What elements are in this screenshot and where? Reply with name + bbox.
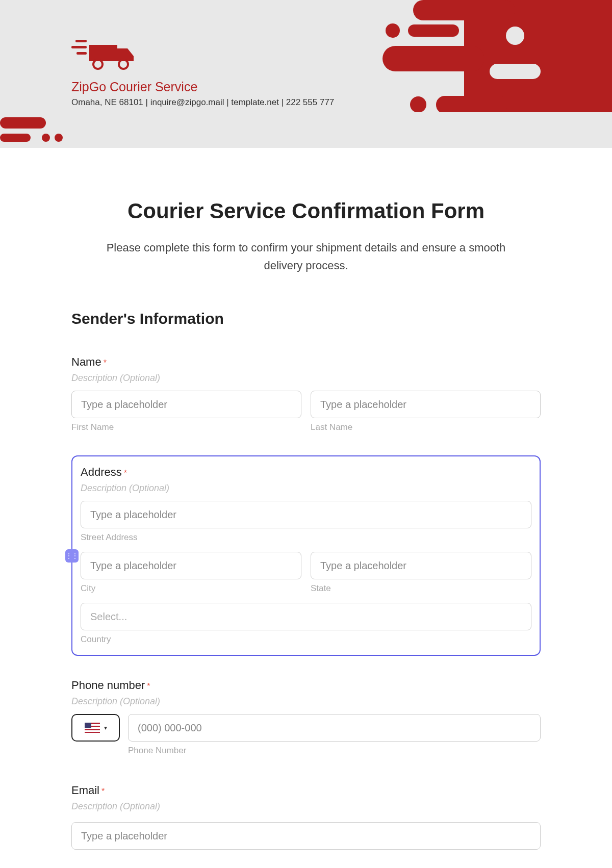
field-name: Name* Description (Optional) First Name … (71, 355, 541, 432)
svg-rect-1 (413, 0, 515, 20)
phone-sublabel: Phone Number (128, 746, 541, 756)
logo-block: ZipGo Courier Service Omaha, NE 68101 | … (71, 36, 334, 108)
form-area: Courier Service Confirmation Form Please… (0, 148, 612, 850)
last-name-sublabel: Last Name (311, 422, 541, 432)
svg-rect-13 (89, 45, 117, 61)
street-sublabel: Street Address (81, 532, 531, 543)
name-description: Description (Optional) (71, 373, 541, 384)
svg-rect-16 (75, 40, 87, 42)
country-sublabel: Country (81, 634, 531, 645)
required-marker: * (104, 359, 107, 367)
city-input[interactable] (81, 552, 301, 579)
company-contact: Omaha, NE 68101 | inquire@zipgo.mail | t… (71, 97, 334, 108)
svg-rect-9 (0, 117, 46, 129)
state-input[interactable] (311, 552, 531, 579)
form-title: Courier Service Confirmation Form (71, 199, 541, 223)
decor-bottom-shapes (0, 117, 76, 145)
city-sublabel: City (81, 583, 301, 594)
svg-point-7 (410, 96, 426, 112)
field-email: Email* Description (Optional) (71, 784, 541, 850)
svg-rect-17 (71, 46, 87, 48)
svg-rect-5 (490, 64, 541, 79)
address-label: Address (81, 466, 122, 479)
decor-top-shapes (347, 0, 612, 112)
truck-icon (71, 36, 138, 71)
phone-label: Phone number (71, 679, 145, 692)
svg-rect-3 (408, 24, 459, 37)
field-address-selected[interactable]: ⋮⋮ Address* Description (Optional) Stree… (71, 455, 541, 656)
svg-point-12 (55, 134, 63, 142)
svg-rect-10 (0, 134, 31, 142)
header-banner: ZipGo Courier Service Omaha, NE 68101 | … (0, 0, 612, 148)
street-input[interactable] (81, 501, 531, 528)
svg-rect-8 (436, 96, 507, 112)
form-subtitle: Please complete this form to confirm you… (97, 239, 515, 274)
svg-point-11 (42, 134, 50, 142)
section-sender-info: Sender's Information (71, 310, 541, 327)
required-marker: * (147, 682, 150, 691)
svg-rect-4 (382, 46, 484, 71)
chevron-down-icon: ▾ (104, 724, 107, 731)
phone-description: Description (Optional) (71, 696, 541, 707)
last-name-input[interactable] (311, 391, 541, 418)
email-label: Email (71, 784, 99, 797)
email-input[interactable] (71, 822, 541, 850)
name-label: Name (71, 355, 101, 369)
country-select[interactable]: Select... (81, 603, 531, 630)
state-sublabel: State (311, 583, 531, 594)
required-marker: * (124, 469, 127, 477)
first-name-input[interactable] (71, 391, 301, 418)
svg-point-6 (506, 27, 524, 45)
address-description: Description (Optional) (81, 483, 531, 494)
phone-input[interactable] (128, 714, 541, 742)
country-code-select[interactable]: ▾ (71, 714, 120, 742)
email-description: Description (Optional) (71, 801, 541, 812)
svg-point-2 (386, 23, 400, 38)
svg-rect-18 (76, 52, 87, 55)
us-flag-icon (85, 723, 100, 733)
field-phone: Phone number* Description (Optional) ▾ P… (71, 679, 541, 756)
drag-handle-icon[interactable]: ⋮⋮ (65, 549, 79, 563)
first-name-sublabel: First Name (71, 422, 301, 432)
company-name: ZipGo Courier Service (71, 80, 334, 94)
required-marker: * (101, 787, 105, 796)
